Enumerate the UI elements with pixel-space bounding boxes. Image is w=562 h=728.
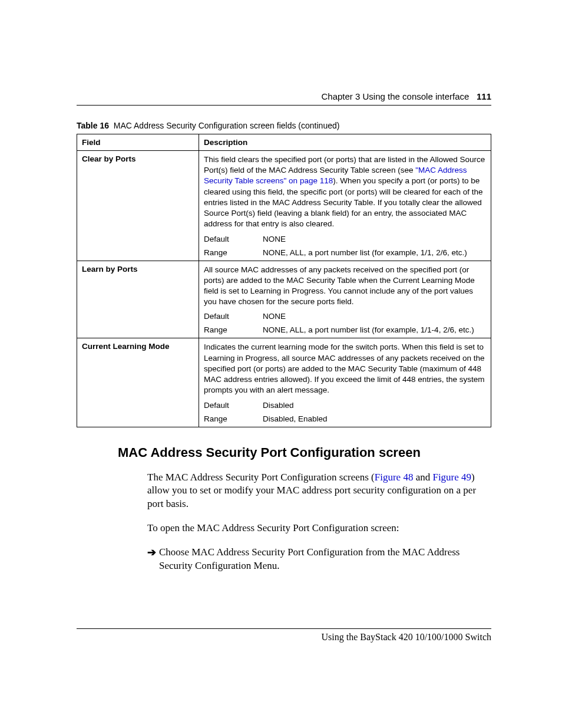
field-name: Clear by Ports	[77, 151, 199, 261]
default-row: Default Disabled	[204, 401, 486, 410]
col-header-field: Field	[77, 134, 199, 151]
page-number: 111	[477, 91, 491, 101]
range-row: Range Disabled, Enabled	[204, 414, 486, 423]
field-description: Indicates the current learning mode for …	[199, 338, 491, 427]
fields-table: Field Description Clear by Ports This fi…	[77, 134, 491, 427]
procedure-step: ➔ Choose MAC Address Security Port Confi…	[147, 546, 491, 573]
table-row: Clear by Ports This field clears the spe…	[77, 151, 491, 261]
footer-text: Using the BayStack 420 10/100/1000 Switc…	[322, 632, 491, 643]
col-header-description: Description	[199, 134, 491, 151]
table-row: Learn by Ports All source MAC addresses …	[77, 261, 491, 338]
body-paragraph: The MAC Address Security Port Configurat…	[147, 471, 491, 512]
field-name: Learn by Ports	[77, 261, 199, 338]
table-caption: Table 16 MAC Address Security Configurat…	[77, 121, 491, 130]
field-description: All source MAC addresses of any packets …	[199, 261, 491, 338]
header-rule	[77, 105, 491, 106]
default-row: Default NONE	[204, 312, 486, 321]
page-header: Chapter 3 Using the console interface 11…	[321, 91, 491, 101]
body-paragraph: To open the MAC Address Security Port Co…	[147, 522, 491, 535]
arrow-icon: ➔	[147, 546, 159, 558]
field-name: Current Learning Mode	[77, 338, 199, 427]
range-row: Range NONE, ALL, a port number list (for…	[204, 248, 486, 257]
link-figure-49[interactable]: Figure 49	[432, 472, 471, 483]
step-text: Choose MAC Address Security Port Configu…	[159, 546, 491, 573]
section-heading: MAC Address Security Port Configuration …	[118, 445, 491, 460]
table-label: Table 16	[77, 121, 109, 130]
page: Chapter 3 Using the console interface 11…	[0, 0, 562, 728]
footer-rule	[77, 628, 491, 629]
table-title: MAC Address Security Configuration scree…	[114, 121, 340, 130]
table-row: Current Learning Mode Indicates the curr…	[77, 338, 491, 427]
default-row: Default NONE	[204, 235, 486, 243]
range-row: Range NONE, ALL, a port number list (for…	[204, 325, 486, 334]
chapter-label: Chapter 3 Using the console interface	[321, 91, 469, 101]
link-figure-48[interactable]: Figure 48	[375, 472, 414, 483]
field-description: This field clears the specified port (or…	[199, 151, 491, 261]
